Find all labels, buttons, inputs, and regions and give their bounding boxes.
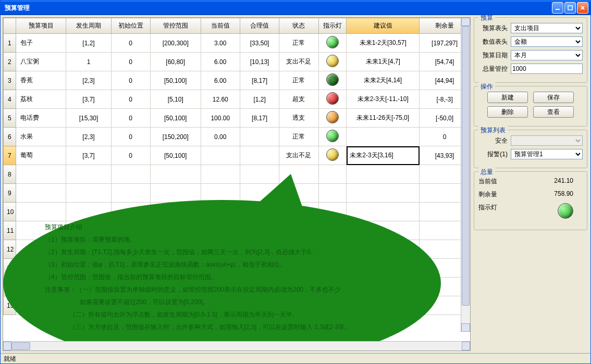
new-button[interactable]: 新建 bbox=[487, 92, 528, 103]
table-cell[interactable] bbox=[318, 259, 347, 278]
row-number[interactable]: 8 bbox=[4, 165, 16, 184]
table-cell[interactable]: 3.00 bbox=[201, 34, 240, 53]
col-header[interactable]: 当前值 bbox=[201, 18, 240, 34]
col-header[interactable]: 预算项目 bbox=[16, 18, 66, 34]
vertical-scrollbar[interactable] bbox=[461, 18, 470, 332]
table-cell[interactable] bbox=[347, 296, 420, 315]
table-cell[interactable] bbox=[240, 240, 279, 259]
budget-table[interactable]: 预算项目发生周期初始位置管控范围当前值合理值状态指示灯建议值剩余量1包子[1,2… bbox=[3, 18, 470, 315]
table-cell[interactable]: 6.00 bbox=[201, 71, 240, 90]
table-cell[interactable]: 八宝粥 bbox=[16, 53, 66, 71]
row-number[interactable]: 4 bbox=[4, 90, 16, 109]
table-cell[interactable]: [2,3] bbox=[66, 128, 111, 146]
save-button[interactable]: 保存 bbox=[533, 92, 574, 103]
col-header[interactable]: 初始位置 bbox=[111, 18, 150, 34]
table-cell[interactable] bbox=[240, 203, 279, 221]
table-cell[interactable] bbox=[150, 203, 201, 221]
row-number[interactable]: 5 bbox=[4, 109, 16, 128]
table-cell[interactable]: [8,17] bbox=[240, 109, 279, 128]
table-cell[interactable]: 未来1-2天[30,57] bbox=[347, 34, 420, 53]
table-cell[interactable] bbox=[111, 278, 150, 296]
table-cell[interactable] bbox=[150, 296, 201, 315]
table-cell[interactable] bbox=[279, 165, 318, 184]
table-cell[interactable] bbox=[66, 203, 111, 221]
delete-button[interactable]: 删除 bbox=[487, 106, 528, 118]
table-cell[interactable] bbox=[16, 221, 66, 240]
table-cell[interactable] bbox=[318, 34, 347, 53]
table-cell[interactable] bbox=[279, 240, 318, 259]
row-number[interactable]: 12 bbox=[4, 240, 16, 259]
row-number[interactable]: 14 bbox=[4, 278, 16, 296]
table-cell[interactable]: [8,17] bbox=[240, 71, 279, 90]
table-cell[interactable] bbox=[347, 259, 420, 278]
minimize-button[interactable] bbox=[552, 2, 563, 14]
col-header[interactable]: 管控范围 bbox=[150, 18, 201, 34]
col-header[interactable]: 建议值 bbox=[347, 18, 420, 34]
table-cell[interactable] bbox=[66, 240, 111, 259]
table-cell[interactable] bbox=[111, 259, 150, 278]
table-cell[interactable] bbox=[240, 184, 279, 203]
table-cell[interactable] bbox=[66, 278, 111, 296]
table-cell[interactable]: 0 bbox=[111, 53, 150, 71]
table-cell[interactable] bbox=[318, 128, 347, 146]
row-number[interactable]: 6 bbox=[4, 128, 16, 146]
table-cell[interactable]: 电话费 bbox=[16, 109, 66, 128]
table-cell[interactable] bbox=[279, 259, 318, 278]
table-cell[interactable] bbox=[111, 221, 150, 240]
table-cell[interactable] bbox=[347, 221, 420, 240]
budget-date-select[interactable]: 本月 bbox=[511, 50, 583, 60]
close-button[interactable] bbox=[577, 2, 588, 14]
table-cell[interactable] bbox=[318, 71, 347, 90]
table-cell[interactable]: 未来11-26天[-75,0] bbox=[347, 109, 420, 128]
table-cell[interactable] bbox=[150, 240, 201, 259]
table-cell[interactable]: 透支 bbox=[279, 109, 318, 128]
table-cell[interactable] bbox=[111, 184, 150, 203]
table-cell[interactable]: 未来1天[4,7] bbox=[347, 53, 420, 71]
row-number[interactable]: 9 bbox=[4, 184, 16, 203]
table-cell[interactable]: [15,30] bbox=[66, 109, 111, 128]
maximize-button[interactable] bbox=[564, 2, 576, 14]
table-cell[interactable] bbox=[279, 203, 318, 221]
total-control-input[interactable] bbox=[511, 64, 583, 74]
table-cell[interactable]: [5,10] bbox=[150, 90, 201, 109]
table-cell[interactable]: 6.00 bbox=[201, 53, 240, 71]
table-cell[interactable] bbox=[16, 203, 66, 221]
table-cell[interactable] bbox=[347, 128, 420, 146]
table-cell[interactable]: [2,3] bbox=[66, 71, 111, 90]
table-cell[interactable] bbox=[240, 146, 279, 165]
table-cell[interactable]: 葡萄 bbox=[16, 146, 66, 165]
row-number[interactable]: 1 bbox=[4, 34, 16, 53]
table-cell[interactable] bbox=[16, 278, 66, 296]
table-cell[interactable]: 水果 bbox=[16, 128, 66, 146]
table-cell[interactable] bbox=[201, 296, 240, 315]
table-cell[interactable] bbox=[150, 221, 201, 240]
table-cell[interactable]: 未来2-3天[3,16] bbox=[347, 146, 420, 165]
table-cell[interactable]: 支出不足 bbox=[279, 146, 318, 165]
table-cell[interactable] bbox=[66, 296, 111, 315]
table-cell[interactable] bbox=[318, 109, 347, 128]
row-number[interactable]: 2 bbox=[4, 53, 16, 71]
row-number[interactable]: 3 bbox=[4, 71, 16, 90]
table-cell[interactable]: [200,300] bbox=[150, 34, 201, 53]
value-header-select[interactable]: 金额 bbox=[511, 36, 583, 47]
table-cell[interactable] bbox=[240, 221, 279, 240]
table-cell[interactable]: 0 bbox=[111, 90, 150, 109]
table-cell[interactable] bbox=[201, 146, 240, 165]
table-cell[interactable]: 超支 bbox=[279, 90, 318, 109]
horizontal-scrollbar[interactable] bbox=[3, 341, 470, 350]
table-cell[interactable]: [150,200] bbox=[150, 128, 201, 146]
table-cell[interactable] bbox=[66, 165, 111, 184]
col-header[interactable]: 合理值 bbox=[240, 18, 279, 34]
table-cell[interactable] bbox=[16, 165, 66, 184]
col-header[interactable]: 指示灯 bbox=[318, 18, 347, 34]
table-cell[interactable] bbox=[150, 165, 201, 184]
table-cell[interactable]: [60,80] bbox=[150, 53, 201, 71]
table-cell[interactable]: 支出不足 bbox=[279, 53, 318, 71]
table-cell[interactable] bbox=[66, 221, 111, 240]
table-cell[interactable]: 12.60 bbox=[201, 90, 240, 109]
table-cell[interactable]: 100.00 bbox=[201, 109, 240, 128]
table-cell[interactable] bbox=[240, 259, 279, 278]
table-cell[interactable] bbox=[16, 240, 66, 259]
table-cell[interactable]: 正常 bbox=[279, 128, 318, 146]
table-cell[interactable] bbox=[240, 165, 279, 184]
